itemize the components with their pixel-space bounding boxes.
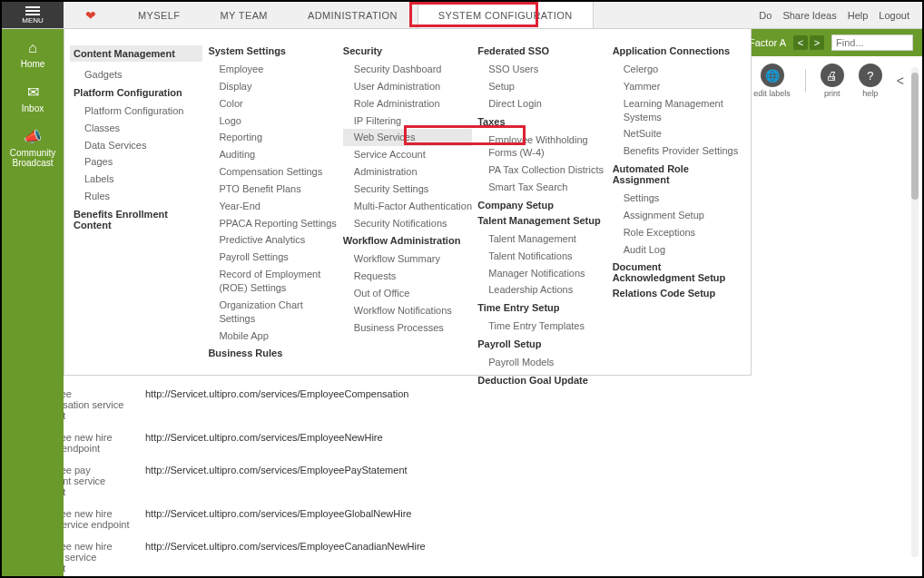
itm-user-administration[interactable]: User Administration — [343, 78, 472, 95]
itm-mobile-app[interactable]: Mobile App — [208, 328, 337, 345]
menu-col-2: System Settings Employee Display Color L… — [208, 42, 337, 366]
sidebar-home[interactable]: ⌂ Home — [17, 40, 49, 69]
grp-platform-configuration[interactable]: Platform Configuration — [74, 87, 202, 98]
itm-ppaca[interactable]: PPACA Reporting Settings — [208, 215, 337, 232]
edit-labels-button[interactable]: 🌐 edit labels — [753, 64, 791, 98]
grp-payroll-setup[interactable]: Payroll Setup — [477, 338, 606, 349]
itm-administration[interactable]: Administration — [343, 163, 472, 181]
itm-classes[interactable]: Classes — [74, 120, 202, 137]
itm-org-chart-settings[interactable]: Organization Chart Settings — [208, 297, 337, 328]
itm-workflow-notifications[interactable]: Workflow Notifications — [343, 302, 472, 319]
itm-business-processes[interactable]: Business Processes — [343, 319, 472, 337]
collapse-panel-icon[interactable]: < — [897, 73, 904, 88]
grp-federated-sso[interactable]: Federated SSO — [477, 45, 606, 56]
itm-celergo[interactable]: Celergo — [613, 61, 742, 78]
pager-prev[interactable]: < — [793, 35, 808, 50]
grp-auto-role-assign[interactable]: Automated Role Assignment — [613, 163, 742, 185]
grp-security[interactable]: Security — [343, 45, 472, 56]
itm-data-services[interactable]: Data Services — [74, 137, 202, 154]
itm-requests[interactable]: Requests — [343, 268, 472, 285]
itm-smart-tax[interactable]: Smart Tax Search — [477, 179, 606, 196]
link-share-ideas[interactable]: Share Ideas — [782, 10, 836, 21]
find-input[interactable] — [831, 34, 913, 51]
question-icon: ? — [859, 64, 882, 87]
itm-benefits-provider[interactable]: Benefits Provider Settings — [613, 142, 742, 160]
itm-color[interactable]: Color — [208, 95, 337, 113]
itm-mfa[interactable]: Multi-Factor Authentication — [343, 198, 472, 215]
menu-button[interactable]: MENU — [2, 2, 64, 28]
itm-settings[interactable]: Settings — [613, 190, 742, 207]
itm-ip-filtering[interactable]: IP Filtering — [343, 113, 472, 130]
grp-benefits-enrollment[interactable]: Benefits Enrollment Content — [74, 209, 202, 230]
itm-role-administration[interactable]: Role Administration — [343, 95, 472, 113]
itm-roe-settings[interactable]: Record of Employment (ROE) Settings — [208, 266, 337, 297]
itm-yammer[interactable]: Yammer — [613, 78, 742, 95]
grp-time-entry-setup[interactable]: Time Entry Setup — [477, 302, 606, 313]
link-do[interactable]: Do — [759, 10, 772, 21]
itm-out-of-office[interactable]: Out of Office — [343, 285, 472, 302]
tab-myteam[interactable]: MY TEAM — [200, 2, 288, 28]
itm-workflow-summary[interactable]: Workflow Summary — [343, 250, 472, 268]
itm-labels[interactable]: Labels — [74, 171, 202, 188]
itm-security-settings[interactable]: Security Settings — [343, 181, 472, 198]
tab-myself[interactable]: MYSELF — [118, 2, 200, 28]
vertical-scrollbar[interactable] — [911, 67, 919, 557]
sidebar-inbox[interactable]: ✉ Inbox — [18, 83, 47, 113]
help-button[interactable]: ? help — [859, 64, 882, 98]
scrollbar-thumb[interactable] — [911, 73, 919, 200]
grp-company-setup[interactable]: Company Setup — [477, 200, 606, 211]
itm-w4[interactable]: Employee Withholding Forms (W-4) — [477, 132, 606, 162]
grp-app-connections[interactable]: Application Connections — [613, 45, 742, 56]
itm-sso-users[interactable]: SSO Users — [477, 61, 606, 78]
itm-year-end[interactable]: Year-End — [208, 198, 337, 215]
tab-system-configuration[interactable]: SYSTEM CONFIGURATION — [418, 2, 594, 28]
itm-payroll-models[interactable]: Payroll Models — [477, 354, 606, 371]
itm-pages[interactable]: Pages — [74, 153, 202, 171]
grp-relations-code-setup[interactable]: Relations Code Setup — [613, 288, 742, 299]
itm-assignment-setup[interactable]: Assignment Setup — [613, 207, 742, 224]
itm-role-exceptions[interactable]: Role Exceptions — [613, 224, 742, 241]
itm-payroll-settings[interactable]: Payroll Settings — [208, 249, 337, 266]
tab-administration[interactable]: ADMINISTRATION — [288, 2, 418, 28]
itm-auditing[interactable]: Auditing — [208, 146, 337, 163]
itm-leadership-actions[interactable]: Leadership Actions — [477, 281, 606, 299]
link-logout[interactable]: Logout — [879, 10, 909, 21]
favorites-tab[interactable]: ❤ — [64, 2, 118, 28]
grp-system-settings[interactable]: System Settings — [208, 45, 337, 56]
itm-pa-tax[interactable]: PA Tax Collection Districts — [477, 162, 606, 179]
itm-talent-notifications[interactable]: Talent Notifications — [477, 248, 606, 265]
itm-time-entry-templates[interactable]: Time Entry Templates — [477, 318, 606, 335]
itm-employee[interactable]: Employee — [208, 61, 337, 78]
itm-predictive-analytics[interactable]: Predictive Analytics — [208, 231, 337, 249]
sidebar-community-broadcast[interactable]: 📣 Community Broadcast — [2, 128, 64, 168]
itm-compensation-settings[interactable]: Compensation Settings — [208, 163, 337, 181]
itm-talent-management[interactable]: Talent Management — [477, 230, 606, 248]
print-button[interactable]: 🖨 print — [821, 64, 844, 98]
itm-audit-log[interactable]: Audit Log — [613, 241, 742, 259]
itm-pto-plans[interactable]: PTO Benefit Plans — [208, 181, 337, 198]
itm-setup[interactable]: Setup — [477, 78, 606, 95]
grp-business-rules[interactable]: Business Rules — [208, 348, 337, 358]
itm-gadgets[interactable]: Gadgets — [74, 66, 202, 83]
grp-doc-ack-setup[interactable]: Document Acknowledgment Setup — [613, 261, 742, 283]
link-help[interactable]: Help — [848, 10, 869, 21]
itm-display[interactable]: Display — [208, 78, 337, 95]
pager-next[interactable]: > — [810, 35, 824, 50]
grp-deduction-goal[interactable]: Deduction Goal Update — [477, 375, 606, 386]
itm-logo[interactable]: Logo — [208, 113, 337, 130]
itm-reporting[interactable]: Reporting — [208, 129, 337, 146]
itm-service-account[interactable]: Service Account — [343, 146, 472, 163]
itm-rules[interactable]: Rules — [74, 188, 202, 205]
itm-manager-notifications[interactable]: Manager Notifications — [477, 265, 606, 282]
itm-netsuite[interactable]: NetSuite — [613, 125, 742, 142]
itm-security-notifications[interactable]: Security Notifications — [343, 215, 472, 232]
grp-workflow-admin[interactable]: Workflow Administration — [343, 235, 472, 246]
grp-content-management[interactable]: Content Management — [70, 45, 202, 62]
itm-web-services[interactable]: Web Services — [343, 129, 472, 146]
grp-talent-mgmt-setup[interactable]: Talent Management Setup — [477, 215, 606, 226]
grp-taxes[interactable]: Taxes — [477, 116, 606, 127]
itm-security-dashboard[interactable]: Security Dashboard — [343, 61, 472, 78]
itm-lms[interactable]: Learning Management Systems — [613, 95, 742, 126]
itm-platform-configuration[interactable]: Platform Configuration — [74, 103, 202, 120]
itm-direct-login[interactable]: Direct Login — [477, 95, 606, 113]
